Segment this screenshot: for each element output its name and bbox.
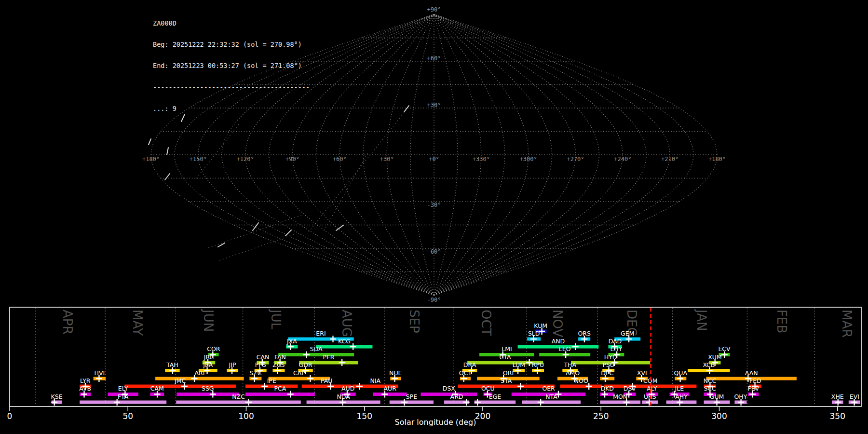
shower-label-LMI: LMI <box>502 345 512 353</box>
x-tick-label: 350 <box>830 411 845 421</box>
shower-label-SPE: SPE <box>406 393 417 400</box>
month-label: OCT <box>479 310 493 336</box>
dec-grid-label: +30° <box>427 102 441 108</box>
shower-label-ECV: ECV <box>718 345 731 353</box>
shower-label-SZC: SZC <box>249 369 261 377</box>
shower-label-THA: THA <box>563 361 576 368</box>
dec-grid-label: -30° <box>427 202 441 208</box>
shower-label-LYR: LYR <box>80 377 91 384</box>
x-axis-title: Solar longitude (deg) <box>395 418 476 427</box>
shower-label-DRA: DRA <box>463 361 476 368</box>
shower-peak-ERI <box>330 336 336 342</box>
shower-label-IPE: IPE <box>267 377 276 384</box>
shower-peak-PER <box>339 359 345 366</box>
shower-label-XUM: XUM <box>708 353 722 361</box>
shower-label-NTA: NTA <box>545 393 557 400</box>
ra-grid-label: +180° <box>708 156 726 163</box>
meteor-track <box>285 230 291 236</box>
meridian <box>434 14 505 295</box>
shower-label-COR: COR <box>207 345 220 353</box>
shower-label-SDA: SDA <box>310 345 323 353</box>
radiant-map-screenshot: ZA000D Beg: 20251222 22:32:32 (sol = 270… <box>0 0 868 434</box>
meteor-trail <box>219 234 294 260</box>
shower-label-ORI: ORI <box>503 369 514 377</box>
meteor-track <box>404 106 409 112</box>
shower-label-DAD: DAD <box>609 338 622 345</box>
shower-bar-NTA <box>522 401 581 404</box>
shower-label-AHY: AHY <box>675 393 688 400</box>
shower-label-PER: PER <box>323 353 334 361</box>
shower-label-QUA: QUA <box>674 369 688 377</box>
shower-label-JLE: JLE <box>675 385 684 392</box>
shower-label-SCC: SCC <box>704 385 716 392</box>
shower-bar-SPE <box>390 401 434 404</box>
month-label: SEP <box>407 310 421 333</box>
meteor-count: ...: 9 <box>153 105 310 112</box>
shower-bar-PCA <box>245 393 315 396</box>
shower-label-HVI: HVI <box>95 369 105 377</box>
shower-peak-CAP <box>307 375 313 382</box>
shower-label-PAU: PAU <box>321 377 332 384</box>
shower-label-OER: OER <box>542 385 555 392</box>
shower-label-ELY: ELY <box>118 385 128 392</box>
meteor-track <box>149 139 151 145</box>
dec-grid-label: +60° <box>427 55 441 62</box>
shower-bar-NZC <box>176 401 300 404</box>
shower-bar-JMC <box>124 385 236 388</box>
shower-label-XVI: XVI <box>637 369 647 377</box>
shower-bar-MON <box>600 401 640 404</box>
shower-label-SSG: SSG <box>202 385 214 392</box>
ra-grid-label: +210° <box>661 156 678 163</box>
shower-peak-STA <box>517 383 524 390</box>
shower-label-TAH: TAH <box>166 361 178 368</box>
x-tick-label: 150 <box>357 411 372 421</box>
shower-label-JRC: JRC <box>203 353 214 361</box>
shower-bar-KCG <box>316 345 373 349</box>
shower-label-KCG: KCG <box>338 338 351 345</box>
shower-label-EGE: EGE <box>489 393 502 400</box>
shower-label-ARD: ARD <box>450 393 463 400</box>
shower-bar-SDA <box>278 353 354 356</box>
shower-bar-ARI <box>155 377 244 380</box>
shower-label-JIP: JIP <box>229 361 236 368</box>
x-tick-label: 50 <box>122 411 133 421</box>
shower-bar-SSG <box>176 393 239 396</box>
x-tick-label: 0 <box>7 411 13 421</box>
meteor-trail <box>208 215 301 248</box>
shower-label-NDA: NDA <box>337 393 350 400</box>
shower-label-LUM: LUM <box>513 361 525 368</box>
shower-label-LEO: LEO <box>559 345 571 353</box>
month-label: APR <box>60 310 75 335</box>
shower-label-NZC: NZC <box>232 393 245 400</box>
plot-svg: +180°+150°+120°+90°+60°+30°+0°+330°+300°… <box>0 0 868 434</box>
shower-label-OHY: OHY <box>734 393 747 400</box>
shower-label-KUM: KUM <box>534 322 547 329</box>
ra-grid-label: +270° <box>567 156 584 163</box>
shower-bar-DSX <box>420 393 477 396</box>
shower-label-MON: MON <box>613 393 627 400</box>
shower-label-ZCS: ZCS <box>272 361 285 368</box>
shower-label-AMO: AMO <box>566 369 580 377</box>
meridian <box>434 14 623 295</box>
shower-label-FAN: FAN <box>274 353 286 361</box>
shower-label-CAP: CAP <box>293 369 305 377</box>
separator-line: ---------------------------------------- <box>153 84 310 91</box>
month-label: MAR <box>840 310 854 338</box>
shower-peak-NIA <box>356 383 363 390</box>
ra-grid-label: +60° <box>333 156 347 163</box>
shower-label-ALY: ALY <box>647 385 657 392</box>
x-tick-label: 250 <box>593 411 609 421</box>
meteor-trail <box>309 107 409 232</box>
shower-label-AAN: AAN <box>745 369 758 377</box>
meteor-track <box>165 174 170 180</box>
x-tick-label: 100 <box>238 411 254 421</box>
ra-grid-label: +120° <box>237 156 254 163</box>
shower-label-FED: FED <box>749 377 761 384</box>
shower-label-DSV: DSV <box>624 385 637 392</box>
observation-begin: Beg: 20251222 22:32:32 (sol = 270.98°) <box>153 41 310 48</box>
shower-peak-AND <box>572 343 579 350</box>
month-label: MAY <box>130 310 145 336</box>
meteor-trail <box>195 124 239 180</box>
shower-bar-NOO <box>560 385 602 388</box>
shower-label-NOO: NOO <box>574 377 588 384</box>
